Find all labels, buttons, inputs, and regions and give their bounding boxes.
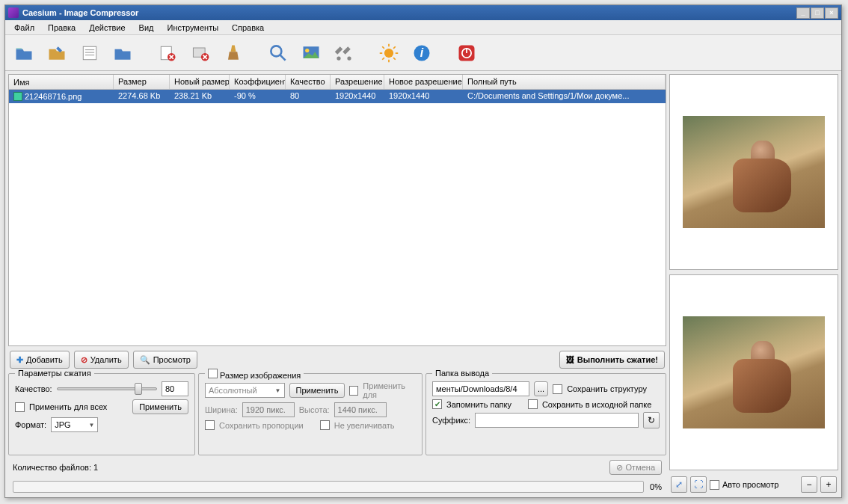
actual-size-icon[interactable]: ⛶ (690, 476, 707, 493)
quality-input[interactable] (162, 381, 188, 396)
close-button[interactable]: × (825, 7, 838, 19)
apply-size-button[interactable]: Применить (289, 383, 345, 398)
th-name[interactable]: Имя (9, 75, 114, 89)
zoom-icon[interactable] (265, 40, 291, 66)
svg-point-10 (384, 48, 393, 57)
image-icon[interactable] (298, 40, 324, 66)
window-title: Caesium - Image Compressor (22, 8, 796, 17)
cell-name: 212468716.png (9, 90, 114, 103)
open-folder-icon[interactable] (44, 40, 70, 66)
scale-mode-select[interactable]: Абсолютный (205, 383, 285, 398)
browse-button[interactable]: ... (534, 381, 548, 396)
main-content: Имя Размер Новый размер Коэффициент Каче… (5, 71, 841, 497)
menu-help[interactable]: Справка (226, 22, 270, 34)
preview-original (669, 74, 838, 270)
settings-icon[interactable] (331, 40, 357, 66)
no-enlarge-checkbox[interactable] (320, 420, 330, 430)
suffix-input[interactable] (475, 413, 639, 428)
progress-label: 0% (650, 482, 662, 491)
save-source-checkbox[interactable] (528, 399, 538, 409)
svg-text:i: i (420, 46, 424, 59)
remember-folder-label: Запомнить папку (446, 400, 511, 409)
cell-quality: 80 (286, 90, 331, 103)
cell-ratio: -90 % (230, 90, 286, 103)
format-label: Формат: (15, 420, 46, 429)
apply-for-checkbox[interactable] (349, 386, 358, 396)
plus-icon: ✚ (16, 355, 23, 365)
keep-structure-checkbox[interactable] (553, 384, 562, 394)
apply-for-label: Применить для (363, 381, 416, 399)
height-input[interactable] (334, 402, 387, 417)
menu-edit[interactable]: Правка (42, 22, 82, 34)
add-button[interactable]: ✚Добавить (10, 351, 70, 369)
preview-controls: ⤢ ⛶ Авто просмотр − + (669, 475, 838, 494)
add-list-icon[interactable] (77, 40, 102, 66)
th-ratio[interactable]: Коэффициент (230, 75, 286, 89)
svg-point-7 (305, 48, 309, 52)
table-row[interactable]: 212468716.png 2274.68 Kb 238.21 Kb -90 %… (9, 90, 666, 103)
apply-quality-button[interactable]: Применить (132, 399, 188, 414)
quality-label: Качество: (15, 384, 52, 393)
minimize-button[interactable]: _ (796, 7, 810, 19)
panels-row: Параметры сжатия Качество: Применить для… (8, 373, 666, 455)
suffix-reset-button[interactable]: ↻ (643, 412, 660, 428)
forbidden-icon: ⊘ (81, 355, 87, 365)
th-path[interactable]: Полный путь (463, 75, 666, 89)
file-table: Имя Размер Новый размер Коэффициент Каче… (8, 74, 666, 346)
menu-tools[interactable]: Инструменты (161, 22, 224, 34)
maximize-button[interactable]: □ (811, 7, 824, 19)
apply-all-label: Применить для всех (29, 402, 107, 411)
format-select[interactable]: JPG (51, 417, 98, 432)
th-quality[interactable]: Качество (286, 75, 331, 89)
quality-slider[interactable] (57, 387, 157, 390)
width-input[interactable] (242, 402, 295, 417)
power-icon[interactable] (454, 40, 479, 66)
apply-all-checkbox[interactable] (15, 402, 25, 412)
no-enlarge-label: Не увеличивать (334, 421, 395, 430)
preview-compressed (669, 274, 838, 470)
size-enable-checkbox[interactable] (208, 369, 218, 378)
clear-icon[interactable] (221, 40, 246, 66)
zoom-in-icon[interactable]: + (820, 476, 837, 493)
auto-preview-label: Авто просмотр (722, 480, 778, 489)
auto-preview-checkbox[interactable] (710, 480, 719, 490)
compress-button[interactable]: 🖼Выполнить сжатие! (559, 351, 665, 369)
output-path-input[interactable] (432, 381, 529, 396)
height-label: Высота: (299, 405, 330, 414)
file-type-icon (13, 92, 22, 101)
progress-bar (13, 481, 644, 493)
open-file-icon[interactable] (11, 40, 37, 66)
preview-compressed-image (683, 316, 825, 428)
remove-list-icon[interactable] (188, 40, 213, 66)
svg-point-8 (337, 56, 340, 60)
th-newsize[interactable]: Новый размер (170, 75, 230, 89)
cell-newres: 1920x1440 (384, 90, 463, 103)
menu-action[interactable]: Действие (83, 22, 131, 34)
cancel-button[interactable]: ⊘Отмена (609, 460, 662, 475)
remove-button[interactable]: ⊘Удалить (74, 351, 129, 369)
cell-path: C:/Documents and Settings/1/Мои докуме..… (463, 90, 666, 103)
th-size[interactable]: Размер (114, 75, 170, 89)
preview-button[interactable]: 🔍Просмотр (133, 351, 197, 369)
folder-icon[interactable] (110, 40, 135, 66)
table-body[interactable]: 212468716.png 2274.68 Kb 238.21 Kb -90 %… (9, 90, 666, 345)
remove-item-icon[interactable] (155, 40, 180, 66)
menu-view[interactable]: Вид (133, 22, 160, 34)
status-row: Количество файлов: 1 ⊘Отмена (8, 458, 666, 476)
keep-ratio-checkbox[interactable] (205, 420, 215, 430)
info-icon[interactable]: i (409, 40, 434, 66)
compression-panel-title: Параметры сжатия (15, 369, 94, 378)
th-res[interactable]: Разрешение (331, 75, 384, 89)
sun-icon[interactable] (376, 40, 402, 66)
output-panel-title: Папка вывода (432, 369, 492, 378)
slider-thumb[interactable] (135, 383, 142, 395)
suffix-label: Суффикс: (432, 416, 470, 425)
progress-row: 0% (8, 479, 666, 494)
zoom-out-icon[interactable]: − (801, 476, 817, 493)
th-newres[interactable]: Новое разрешение (384, 75, 463, 89)
menu-file[interactable]: Файл (8, 22, 40, 34)
fit-screen-icon[interactable]: ⤢ (671, 476, 687, 493)
keep-ratio-label: Сохранить пропорции (219, 421, 304, 430)
remember-folder-checkbox[interactable]: ✔ (432, 399, 442, 409)
app-window: Caesium - Image Compressor _ □ × Файл Пр… (4, 4, 842, 498)
